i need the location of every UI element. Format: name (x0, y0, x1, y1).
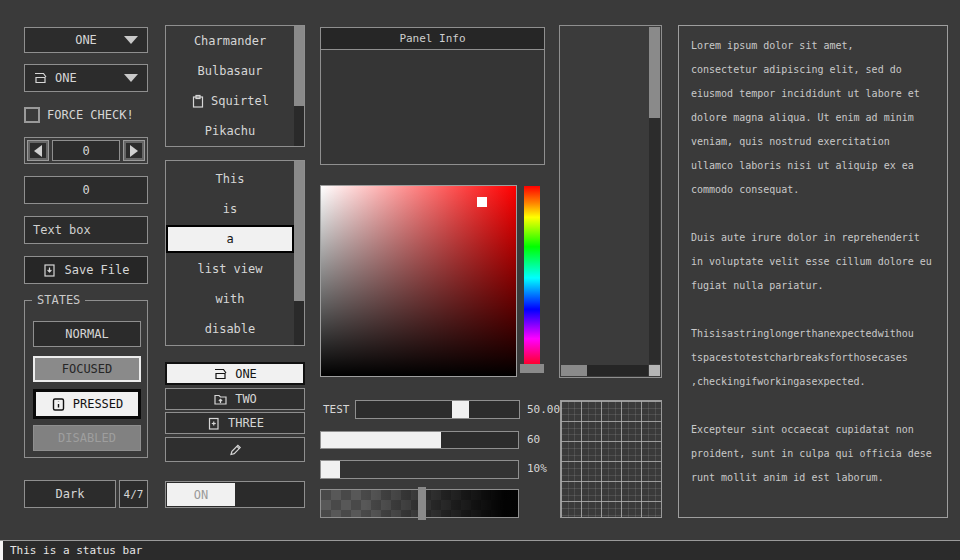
text-line: eiusmod tempor incididunt ut labore et (691, 82, 935, 106)
grid-canvas[interactable] (560, 400, 662, 518)
file-plus-icon (206, 416, 221, 431)
text-line (691, 394, 935, 418)
scrollbar-thumb[interactable] (561, 365, 587, 376)
list-item-selected[interactable]: a (166, 225, 294, 253)
page-counter[interactable]: 4/7 (119, 480, 148, 508)
test-slider[interactable] (355, 400, 520, 419)
percent-slider[interactable] (320, 460, 519, 479)
test-slider-value: 50.00 (527, 403, 560, 416)
progress-value: 60 (527, 433, 540, 446)
text-line: commodo consequat. (691, 178, 935, 202)
list-item[interactable]: Bulbasaur (166, 56, 294, 86)
text-line: runt mollit anim id est laborum. (691, 466, 935, 490)
edit-button[interactable] (165, 437, 305, 462)
scroll-panel-horizontal-scrollbar[interactable] (561, 365, 648, 376)
list-item[interactable]: with (166, 284, 294, 314)
text-line (691, 298, 935, 322)
one-button[interactable]: ONE (165, 362, 305, 385)
scroll-panel-vertical-scrollbar[interactable] (649, 27, 660, 364)
hue-slider[interactable] (524, 186, 540, 370)
text-line: Excepteur sint occaecat cupidatat non (691, 418, 935, 442)
list-item[interactable]: This (166, 164, 294, 194)
three-button-label: THREE (228, 416, 264, 430)
theme-button[interactable]: Dark (24, 480, 116, 508)
pencil-icon (227, 442, 243, 458)
text-line: in voluptate velit esse cillum dolore eu (691, 250, 935, 274)
force-checkbox-label: FORCE CHECK! (47, 108, 134, 122)
color-saturation-picker[interactable] (320, 185, 517, 377)
text-line: tspacestotestcharbreaksforthosecases (691, 346, 935, 370)
scrollbar-thumb[interactable] (294, 161, 304, 301)
progress-bar[interactable] (320, 431, 519, 449)
test-slider-handle[interactable] (452, 401, 469, 418)
text-line: dolore magna aliqua. Ut enim ad minim (691, 106, 935, 130)
text-line: veniam, quis nostrud exercitation (691, 130, 935, 154)
two-button[interactable]: TWO (165, 388, 305, 410)
save-file-icon (42, 263, 57, 278)
list-item[interactable]: list view (166, 254, 294, 284)
text-line (691, 202, 935, 226)
dropdown-one[interactable]: ONE (24, 27, 148, 53)
status-bar-text: This is a status bar (10, 541, 142, 560)
word-list: This is a list view with disable (165, 160, 305, 346)
scrollbar-thumb[interactable] (294, 26, 304, 106)
list-item[interactable]: Pikachu (166, 116, 294, 146)
stepper-decrement-button[interactable] (27, 140, 49, 161)
focused-state-button[interactable]: FOCUSED (33, 356, 141, 382)
save-file-button[interactable]: Save File (24, 256, 148, 284)
text-line: consectetur adipiscing elit, sed do (691, 58, 935, 82)
percent-slider-value: 10% (527, 462, 547, 475)
on-toggle[interactable]: ON (165, 481, 305, 508)
one-button-label: ONE (235, 367, 257, 381)
panel-title: Panel Info (321, 28, 544, 50)
list-item-label: Squirtel (211, 94, 269, 108)
text-line: Duis aute irure dolor in reprehenderit (691, 226, 935, 250)
number-field[interactable]: 0 (24, 176, 148, 204)
dropdown-two[interactable]: ONE (24, 64, 148, 92)
arrow-left-icon (34, 145, 42, 157)
text-box-input[interactable]: Text box (24, 216, 148, 244)
color-picker-cursor[interactable] (477, 197, 487, 207)
clipboard-icon (191, 94, 205, 109)
stepper: 0 (24, 137, 148, 164)
text-line: fugiat nulla pariatur. (691, 274, 935, 298)
info-icon (51, 397, 66, 412)
list-item[interactable]: Charmander (166, 26, 294, 56)
text-view-panel: Lorem ipsum dolor sit amet, consectetur … (678, 25, 948, 518)
hue-slider-handle[interactable] (520, 364, 544, 373)
percent-slider-handle[interactable] (321, 461, 340, 478)
archive-box-icon (33, 71, 48, 85)
archive-box-icon (213, 367, 228, 381)
app-window: ONE ONE FORCE CHECK! 0 0 Text box Save F… (0, 0, 960, 560)
text-line: Thisisastringlongerthanexpectedwithou (691, 322, 935, 346)
folder-upload-icon (213, 392, 228, 406)
stepper-value-field[interactable]: 0 (52, 140, 120, 161)
scrollbar-thumb[interactable] (649, 27, 660, 118)
list-item[interactable]: Squirtel (166, 86, 294, 116)
status-bar: This is a status bar (0, 540, 960, 560)
pokemon-list: Charmander Bulbasaur Squirtel Pikachu (165, 25, 305, 147)
stepper-increment-button[interactable] (123, 140, 145, 161)
toggle-knob[interactable]: ON (167, 483, 235, 506)
save-file-label: Save File (64, 263, 129, 277)
scroll-panel[interactable] (559, 25, 662, 378)
pokemon-list-scrollbar[interactable] (294, 26, 304, 146)
progress-bar-fill (321, 432, 441, 448)
list-item[interactable]: is (166, 194, 294, 224)
pressed-state-button[interactable]: PRESSED (33, 389, 141, 419)
force-checkbox[interactable] (24, 107, 40, 123)
word-list-scrollbar[interactable] (294, 161, 304, 345)
arrow-right-icon (130, 145, 138, 157)
scrollbar-corner (649, 365, 660, 376)
list-item[interactable]: disable (166, 314, 294, 344)
text-line: ullamco laboris nisi ut aliquip ex ea (691, 154, 935, 178)
test-slider-label: TEST (323, 403, 350, 416)
states-group: STATES NORMAL FOCUSED PRESSED DISABLED (24, 300, 148, 458)
three-button[interactable]: THREE (165, 412, 305, 434)
text-line: Lorem ipsum dolor sit amet, (691, 34, 935, 58)
alpha-slider-handle[interactable] (418, 487, 426, 520)
normal-state-button[interactable]: NORMAL (33, 321, 141, 347)
alpha-gradient-slider[interactable] (320, 489, 519, 518)
chevron-down-icon (124, 36, 138, 44)
disabled-state-button[interactable]: DISABLED (33, 425, 141, 451)
